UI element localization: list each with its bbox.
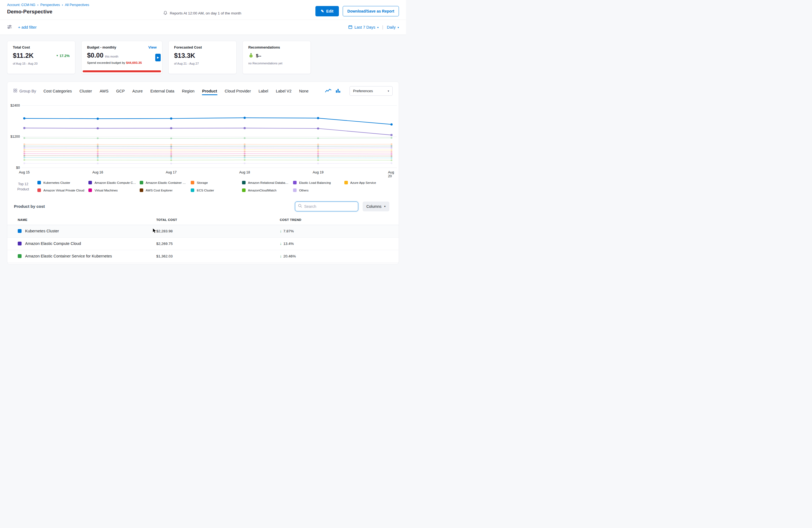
forecasted-cost-value: $13.3K bbox=[174, 52, 195, 59]
columns-button[interactable]: Columns ▾ bbox=[363, 202, 389, 211]
group-by-tab-label[interactable]: Label bbox=[258, 87, 268, 95]
group-by-tab-gcp[interactable]: GCP bbox=[116, 87, 125, 95]
row-total-cost: $1,362.03 bbox=[156, 254, 280, 258]
filter-settings-button[interactable] bbox=[7, 25, 12, 30]
calendar-icon bbox=[348, 25, 352, 30]
budget-next-button[interactable]: ▶ bbox=[155, 54, 161, 61]
budget-exceeded-label: Spend exceeded budget by bbox=[87, 61, 125, 64]
legend-label: AWS Cost Explorer bbox=[146, 189, 173, 192]
preferences-label: Preferences bbox=[353, 89, 373, 93]
date-range-selector[interactable]: Last 7 Days ▾ bbox=[348, 25, 379, 30]
row-color-swatch bbox=[18, 254, 21, 258]
total-cost-period: of Aug 15 - Aug 20 bbox=[13, 62, 70, 65]
legend-item[interactable]: Others bbox=[293, 189, 341, 192]
legend-item[interactable]: Azure App Service bbox=[344, 181, 392, 185]
topbar-left: Account: CCM-NG › Perspectives › All Per… bbox=[7, 3, 89, 16]
row-total-cost: $2,269.75 bbox=[156, 241, 280, 246]
budget-value: $0.00 bbox=[87, 52, 103, 59]
total-cost-trend-value: 17.2% bbox=[59, 54, 70, 58]
total-cost-title: Total Cost bbox=[13, 45, 70, 49]
row-color-swatch bbox=[18, 241, 21, 246]
search-box[interactable] bbox=[295, 202, 358, 211]
group-by-tab-none[interactable]: None bbox=[299, 87, 309, 95]
group-by-tab-external-data[interactable]: External Data bbox=[150, 87, 175, 95]
legend-item[interactable]: AmazonCloudWatch bbox=[242, 189, 290, 192]
legend-item[interactable]: Amazon Elastic Container Se... bbox=[140, 181, 187, 185]
legend-label: Amazon Elastic Compute Clo... bbox=[95, 181, 136, 185]
legend-title-line1: Top 12 bbox=[14, 182, 32, 187]
group-by-tab-region[interactable]: Region bbox=[182, 87, 195, 95]
budget-progress-bar bbox=[83, 70, 161, 72]
add-filter-button[interactable]: + add filter bbox=[18, 25, 37, 29]
budget-value-caption: this month bbox=[105, 55, 118, 58]
trend-down-icon: ↓ bbox=[280, 254, 281, 258]
download-save-report-button[interactable]: Download/Save as Report bbox=[343, 6, 399, 16]
chart-legend-items: Kubernetes ClusterAmazon Elastic Compute… bbox=[38, 181, 392, 192]
group-by-label: Group By bbox=[13, 89, 36, 93]
breadcrumb-perspectives-link[interactable]: Perspectives bbox=[40, 3, 60, 7]
legend-item[interactable]: Elastic Load Balancing bbox=[293, 181, 341, 185]
forecasted-cost-period: of Aug 21 - Aug 27 bbox=[174, 62, 231, 65]
legend-item[interactable]: ECS Cluster bbox=[191, 189, 238, 192]
filter-bar: + add filter Last 7 Days ▾ | Daily ▾ bbox=[0, 20, 406, 35]
group-by-tab-aws[interactable]: AWS bbox=[99, 87, 109, 95]
granularity-selector[interactable]: Daily ▾ bbox=[387, 25, 399, 29]
trend-down-icon: ↓ bbox=[280, 241, 281, 246]
table-row[interactable]: Amazon Elastic Compute Cloud$2,269.75↓13… bbox=[8, 237, 398, 250]
table-header-row: Product by cost Columns ▾ bbox=[8, 198, 398, 215]
legend-label: Amazon Virtual Private Cloud bbox=[43, 189, 84, 192]
breadcrumb-all-perspectives-link[interactable]: All Perspectives bbox=[65, 3, 89, 7]
x-axis-label: Aug 15 bbox=[19, 171, 30, 174]
row-color-swatch bbox=[18, 229, 21, 233]
legend-swatch bbox=[242, 181, 246, 185]
legend-label: Amazon Elastic Container Se... bbox=[146, 181, 187, 185]
group-by-text: Group By bbox=[19, 89, 36, 93]
legend-swatch bbox=[140, 181, 143, 185]
table-row[interactable]: Kubernetes Cluster$2,283.98↓7.87% bbox=[8, 225, 398, 237]
search-input[interactable] bbox=[304, 204, 355, 209]
legend-swatch bbox=[191, 181, 194, 185]
legend-item[interactable]: AWS Cost Explorer bbox=[140, 189, 187, 192]
chevron-down-icon: ▾ bbox=[384, 205, 386, 208]
breadcrumb: Account: CCM-NG › Perspectives › All Per… bbox=[7, 3, 89, 7]
group-by-tab-azure[interactable]: Azure bbox=[132, 87, 143, 95]
chevron-right-icon: › bbox=[62, 3, 63, 7]
cost-table-body: Kubernetes Cluster$2,283.98↓7.87%Amazon … bbox=[8, 225, 398, 263]
row-name: Kubernetes Cluster bbox=[25, 229, 59, 233]
row-name: Amazon Elastic Container Service for Kub… bbox=[25, 254, 112, 258]
chart-x-axis: Aug 15Aug 16Aug 17Aug 18Aug 19Aug 20 bbox=[8, 171, 398, 177]
preferences-button[interactable]: Preferences ▾ bbox=[349, 86, 393, 96]
edit-button[interactable]: ✎ Edit bbox=[315, 6, 339, 16]
group-by-tabs: Cost CategoriesClusterAWSGCPAzureExterna… bbox=[43, 87, 309, 95]
group-by-tab-product[interactable]: Product bbox=[202, 87, 217, 95]
group-by-tab-cluster[interactable]: Cluster bbox=[79, 87, 92, 95]
budget-view-link[interactable]: View bbox=[148, 45, 157, 49]
legend-item[interactable]: Storage bbox=[191, 181, 238, 185]
table-controls: Columns ▾ bbox=[295, 202, 389, 211]
legend-swatch bbox=[38, 181, 41, 185]
line-chart-toggle[interactable] bbox=[325, 88, 332, 94]
bell-icon bbox=[163, 11, 168, 16]
forecasted-cost-title: Forecasted Cost bbox=[174, 45, 231, 49]
legend-label: Kubernetes Cluster bbox=[43, 181, 70, 185]
download-button-label: Download/Save as Report bbox=[347, 9, 394, 13]
recommendations-title: Recommendations bbox=[248, 45, 305, 49]
breadcrumb-account-link[interactable]: Account: CCM-NG bbox=[7, 3, 35, 7]
group-by-tab-cost-categories[interactable]: Cost Categories bbox=[43, 87, 72, 95]
legend-item[interactable]: Amazon Virtual Private Cloud bbox=[38, 189, 85, 192]
page-title: Demo-Perspective bbox=[7, 9, 89, 15]
legend-item[interactable]: Kubernetes Cluster bbox=[38, 181, 85, 185]
group-by-tab-label-v2[interactable]: Label V2 bbox=[276, 87, 292, 95]
legend-item[interactable]: Virtual Machines bbox=[88, 189, 136, 192]
cost-chart-svg[interactable]: $2400$1200$0 bbox=[8, 102, 398, 170]
report-schedule-text: Reports At 12:00 AM, on day 1 of the mon… bbox=[170, 11, 241, 15]
legend-item[interactable]: Amazon Elastic Compute Clo... bbox=[88, 181, 136, 185]
group-by-tab-cloud-provider[interactable]: Cloud Provider bbox=[224, 87, 251, 95]
recommendations-value: $-- bbox=[256, 54, 261, 58]
bar-chart-toggle[interactable] bbox=[336, 88, 340, 94]
cost-table-head: NAMETOTAL COSTCOST TREND bbox=[8, 215, 398, 225]
time-controls: Last 7 Days ▾ | Daily ▾ bbox=[348, 25, 399, 30]
legend-item[interactable]: Amazon Relational Database ... bbox=[242, 181, 290, 185]
grid-icon bbox=[13, 89, 17, 93]
table-row[interactable]: Amazon Elastic Container Service for Kub… bbox=[8, 250, 398, 263]
